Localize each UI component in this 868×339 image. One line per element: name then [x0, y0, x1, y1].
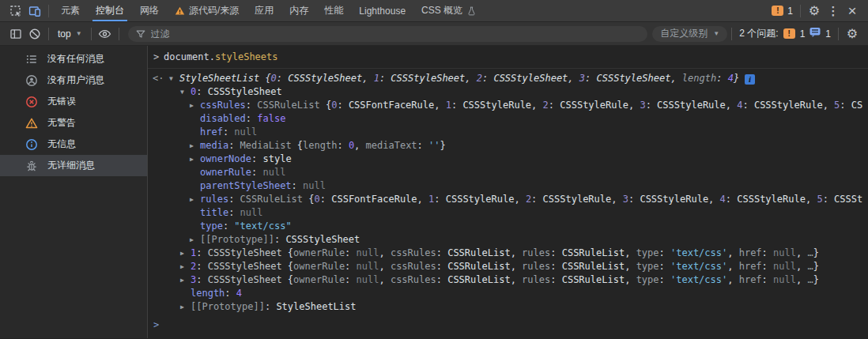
console-input-prompt[interactable]: >: [148, 319, 868, 330]
sidebar-filter-item[interactable]: 无错误: [0, 91, 147, 112]
divider: [91, 28, 92, 40]
token-p: :: [345, 274, 356, 285]
clear-console-icon[interactable]: [25, 24, 44, 43]
expand-arrow-icon[interactable]: ▶: [180, 300, 191, 314]
token-p: :: [436, 261, 447, 272]
sidebar-filter-item[interactable]: 没有任何消息: [0, 48, 147, 70]
token-p: :: [762, 261, 773, 272]
console-filter-box: [128, 26, 648, 42]
sidebar-filter-item[interactable]: 无信息: [0, 134, 147, 155]
sidebar-filter-item[interactable]: 无详细消息: [0, 155, 147, 176]
token-num: false: [257, 113, 285, 124]
token-p: ,: [727, 261, 738, 272]
token-pkey: …: [807, 274, 813, 285]
token-p: ,: [670, 73, 681, 84]
token-pkey: [[Prototype]]: [200, 234, 274, 245]
console-tree-row: length: 4: [148, 287, 868, 300]
sidebar-item-label: 无详细消息: [47, 159, 95, 172]
javascript-context-selector[interactable]: top ▼: [53, 27, 87, 41]
expand-arrow-icon[interactable]: ▶: [190, 193, 200, 206]
console-sidebar: 没有任何消息没有用户消息无错误无警告无信息无详细消息: [0, 46, 148, 338]
list-icon: [25, 53, 38, 66]
token-p: :: [659, 274, 670, 285]
collapse-arrow-icon[interactable]: ▼: [180, 85, 191, 99]
filter-input[interactable]: [151, 28, 641, 40]
token-p: :: [646, 100, 657, 111]
token-cls: CSSStyleRule: [737, 194, 806, 205]
expand-arrow-icon[interactable]: ▶: [190, 153, 200, 166]
tab-elements[interactable]: 元素: [53, 0, 88, 21]
token-p: {: [288, 261, 293, 272]
issue-count: 1: [787, 6, 793, 17]
issues-summary[interactable]: 2 个问题: ! 1 1: [739, 27, 831, 40]
token-idx: 3: [579, 73, 585, 84]
tab-performance[interactable]: 性能: [316, 0, 351, 21]
console-tree-row[interactable]: <·▼StyleSheetList {0: CSSStyleSheet, 1: …: [148, 72, 868, 85]
console-tree-row[interactable]: ▶ownerNode: style: [148, 153, 868, 166]
console-tree-row[interactable]: ▶rules: CSSRuleList {0: CSSFontFaceRule,…: [148, 193, 868, 206]
expand-arrow-icon[interactable]: ▶: [180, 247, 191, 260]
console-tree-row[interactable]: ▶3: CSSStyleSheet {ownerRule: null, cssR…: [148, 273, 868, 287]
live-expression-eye-icon[interactable]: [96, 24, 115, 43]
token-nul: null: [357, 261, 379, 272]
token-nul: null: [773, 247, 796, 258]
console-tree-row[interactable]: ▶[[Prototype]]: StyleSheetList: [148, 300, 868, 314]
token-p: :: [762, 274, 773, 285]
issues-label: 2 个问题:: [739, 27, 778, 40]
console-tree-row[interactable]: ▶cssRules: CSSRuleList {0: CSSFontFaceRu…: [148, 99, 868, 112]
token-p: :: [246, 113, 257, 124]
settings-gear-icon[interactable]: ⚙: [805, 2, 824, 21]
token-idx: 0: [315, 194, 320, 205]
token-p: :: [345, 261, 356, 272]
console-tree-row[interactable]: ▶2: CSSStyleSheet {ownerRule: null, cssR…: [148, 260, 868, 273]
log-level-selector[interactable]: 自定义级别 ▼: [652, 26, 727, 42]
tab-label: 应用: [255, 4, 274, 17]
expand-arrow-icon[interactable]: ▶: [180, 260, 191, 273]
token-p: :: [726, 194, 737, 205]
console-tree-row[interactable]: ▶[[Prototype]]: CSSStyleSheet: [148, 233, 868, 247]
collapse-arrow-icon[interactable]: ▼: [169, 72, 179, 85]
sidebar-filter-item[interactable]: 没有用户消息: [0, 70, 147, 91]
token-p: ,: [568, 73, 579, 84]
token-p: :: [228, 207, 240, 218]
issues-counter[interactable]: ! 1: [772, 6, 793, 17]
console-pane[interactable]: > document.styleSheets <·▼StyleSheetList…: [148, 46, 868, 338]
issue-badge-icon: !: [783, 28, 795, 39]
command-prompt-chevron: >: [153, 46, 159, 68]
tab-console[interactable]: 控制台: [88, 0, 132, 21]
token-p: ,: [611, 194, 622, 205]
tab-application[interactable]: 应用: [247, 0, 281, 21]
console-settings-gear-icon[interactable]: ⚙: [843, 24, 862, 43]
expand-arrow-icon[interactable]: ▶: [190, 99, 200, 112]
sidebar-item-label: 没有任何消息: [47, 52, 104, 66]
tab-label: CSS 概览: [421, 4, 462, 17]
kebab-menu-icon[interactable]: ⋮: [824, 2, 843, 21]
token-p: ,: [379, 261, 390, 272]
inspect-element-icon[interactable]: [6, 2, 25, 21]
token-key: cssRules: [200, 100, 246, 111]
console-tree-row[interactable]: ▶1: CSSStyleSheet {ownerRule: null, cssR…: [148, 247, 868, 260]
token-p: :: [277, 73, 288, 84]
expand-arrow-icon[interactable]: ▶: [190, 139, 200, 153]
info-adorner-icon[interactable]: i: [745, 74, 755, 85]
close-devtools-icon[interactable]: ×: [843, 2, 862, 21]
console-sidebar-toggle-icon[interactable]: [6, 24, 25, 43]
tab-lighthouse[interactable]: Lighthouse: [351, 0, 413, 21]
expand-arrow-icon[interactable]: ▶: [180, 273, 191, 287]
console-tree-row[interactable]: ▼0: CSSStyleSheet: [148, 85, 868, 99]
tab-memory[interactable]: 内存: [281, 0, 316, 21]
divider: [800, 5, 801, 17]
expand-arrow-icon[interactable]: ▶: [190, 233, 200, 247]
tab-css-overview[interactable]: CSS 概览: [413, 0, 485, 21]
token-p: ,: [625, 261, 636, 272]
token-p: {: [288, 247, 293, 258]
token-key: disabled: [200, 113, 246, 124]
sidebar-filter-item[interactable]: 无警告: [0, 112, 147, 134]
tab-sources[interactable]: 源代码/来源: [167, 0, 247, 21]
device-toolbar-icon[interactable]: [25, 2, 44, 21]
token-key: href: [200, 126, 223, 137]
token-num: 4: [236, 288, 242, 299]
tab-network[interactable]: 网络: [132, 0, 167, 21]
token-nul: null: [303, 180, 326, 191]
console-tree-row[interactable]: ▶media: MediaList {length: 0, mediaText:…: [148, 139, 868, 153]
